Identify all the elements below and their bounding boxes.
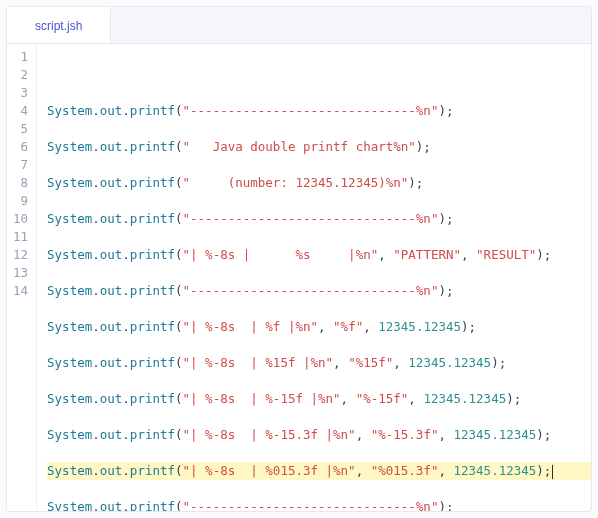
token-dot: . (122, 283, 130, 298)
line-number: 12 (13, 246, 28, 264)
token-paren: ( (175, 211, 183, 226)
token-comma: , (363, 319, 378, 334)
code-line[interactable]: System.out.printf(" Java double printf c… (47, 138, 591, 156)
token-dot: . (92, 355, 100, 370)
token-close: ); (506, 391, 521, 406)
token-method: printf (130, 211, 175, 226)
line-number: 10 (13, 210, 28, 228)
token-comma: , (341, 391, 356, 406)
token-field: out (100, 139, 123, 154)
line-number: 7 (13, 156, 28, 174)
code-line[interactable]: System.out.printf("---------------------… (47, 282, 591, 300)
token-class: System (47, 391, 92, 406)
token-string: " Java double printf chart%n" (183, 139, 416, 154)
code-line[interactable]: System.out.printf("| %-8s | %-15f |%n", … (47, 390, 591, 408)
line-number: 5 (13, 120, 28, 138)
line-number: 11 (13, 228, 28, 246)
line-number: 14 (13, 282, 28, 300)
text-caret (552, 465, 553, 479)
token-method: printf (130, 319, 175, 334)
code-line[interactable]: System.out.printf("---------------------… (47, 102, 591, 120)
token-method: printf (130, 103, 175, 118)
code-area[interactable]: 1 2 3 4 5 6 7 8 9 10 11 12 13 14 System.… (7, 44, 591, 511)
code-line-highlighted[interactable]: System.out.printf("| %-8s | %015.3f |%n"… (47, 462, 591, 480)
code-line[interactable] (47, 66, 591, 84)
token-close: ); (408, 175, 423, 190)
token-dot: . (122, 103, 130, 118)
token-dot: . (122, 211, 130, 226)
token-method: printf (130, 247, 175, 262)
line-number: 4 (13, 102, 28, 120)
token-class: System (47, 211, 92, 226)
token-string: "------------------------------%n" (183, 103, 439, 118)
token-paren: ( (175, 427, 183, 442)
token-method: printf (130, 355, 175, 370)
code-content[interactable]: System.out.printf("---------------------… (37, 44, 591, 511)
line-number: 8 (13, 174, 28, 192)
code-line[interactable]: System.out.printf("| %-8s | %s |%n", "PA… (47, 246, 591, 264)
token-string: "------------------------------%n" (183, 283, 439, 298)
token-close: ); (438, 211, 453, 226)
code-line[interactable]: System.out.printf("| %-8s | %f |%n", "%f… (47, 318, 591, 336)
token-dot: . (92, 103, 100, 118)
token-paren: ( (175, 355, 183, 370)
token-string: "------------------------------%n" (183, 499, 439, 511)
token-comma: , (333, 355, 348, 370)
token-class: System (47, 247, 92, 262)
code-line[interactable]: System.out.printf("| %-8s | %-15.3f |%n"… (47, 426, 591, 444)
code-line[interactable]: System.out.printf("---------------------… (47, 210, 591, 228)
token-string: "| %-8s | %-15f |%n" (183, 391, 341, 406)
token-paren: ( (175, 319, 183, 334)
token-dot: . (92, 247, 100, 262)
line-gutter: 1 2 3 4 5 6 7 8 9 10 11 12 13 14 (7, 44, 37, 511)
token-method: printf (130, 463, 175, 478)
token-field: out (100, 319, 123, 334)
token-method: printf (130, 499, 175, 511)
code-editor: script.jsh 1 2 3 4 5 6 7 8 9 10 11 12 13… (6, 6, 592, 512)
token-paren: ( (175, 283, 183, 298)
token-string: "PATTERN" (393, 247, 461, 262)
token-string: "%15f" (348, 355, 393, 370)
token-class: System (47, 319, 92, 334)
token-dot: . (92, 139, 100, 154)
token-comma: , (318, 319, 333, 334)
token-class: System (47, 355, 92, 370)
token-close: ); (438, 283, 453, 298)
token-dot: . (122, 319, 130, 334)
line-number: 6 (13, 138, 28, 156)
token-paren: ( (175, 499, 183, 511)
token-close: ); (536, 463, 551, 478)
token-paren: ( (175, 247, 183, 262)
tab-bar: script.jsh (7, 7, 591, 44)
code-line[interactable]: Svstem.out.printf("---------------------… (47, 498, 591, 511)
token-string: " (number: 12345.12345)%n" (183, 175, 409, 190)
token-dot: . (92, 499, 100, 511)
token-dot: . (122, 139, 130, 154)
tab-script[interactable]: script.jsh (7, 7, 111, 43)
token-comma: , (356, 463, 371, 478)
token-comma: , (438, 463, 453, 478)
token-dot: . (92, 463, 100, 478)
token-field: out (100, 283, 123, 298)
line-number: 3 (13, 84, 28, 102)
token-string: "| %-8s | %-15.3f |%n" (183, 427, 356, 442)
token-paren: ( (175, 391, 183, 406)
token-string: "%015.3f" (371, 463, 439, 478)
token-dot: . (92, 175, 100, 190)
token-string: "| %-8s | %015.3f |%n" (183, 463, 356, 478)
token-number: 12345.12345 (454, 427, 537, 442)
token-method: printf (130, 175, 175, 190)
line-number: 2 (13, 66, 28, 84)
token-close: ); (461, 319, 476, 334)
token-close: ); (438, 499, 453, 511)
token-comma: , (408, 391, 423, 406)
token-string: "| %-8s | %15f |%n" (183, 355, 334, 370)
token-close: ); (536, 427, 551, 442)
token-dot: . (92, 391, 100, 406)
token-dot: . (122, 427, 130, 442)
token-string: "%-15f" (356, 391, 409, 406)
code-line[interactable]: System.out.printf("| %-8s | %15f |%n", "… (47, 354, 591, 372)
code-line[interactable]: System.out.printf(" (number: 12345.12345… (47, 174, 591, 192)
token-string: "%f" (333, 319, 363, 334)
token-number: 12345.12345 (423, 391, 506, 406)
